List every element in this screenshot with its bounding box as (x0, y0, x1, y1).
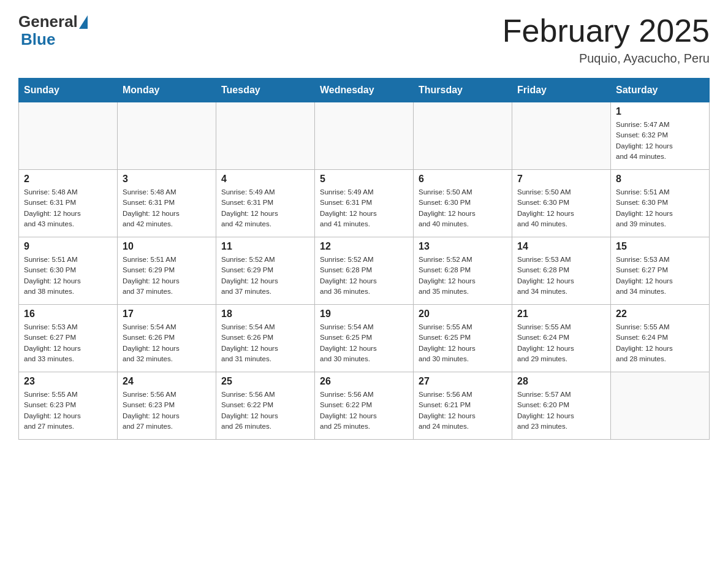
day-info: Sunrise: 5:54 AM Sunset: 6:26 PM Dayligh… (221, 322, 309, 364)
day-of-week-header: Thursday (414, 79, 512, 102)
week-row: 9Sunrise: 5:51 AM Sunset: 6:30 PM Daylig… (19, 237, 710, 305)
calendar-body: 1Sunrise: 5:47 AM Sunset: 6:32 PM Daylig… (19, 102, 710, 440)
day-info: Sunrise: 5:50 AM Sunset: 6:30 PM Dayligh… (517, 187, 605, 229)
day-number: 2 (24, 174, 112, 185)
day-info: Sunrise: 5:47 AM Sunset: 6:32 PM Dayligh… (616, 120, 704, 162)
day-info: Sunrise: 5:54 AM Sunset: 6:26 PM Dayligh… (123, 322, 211, 364)
calendar-cell: 10Sunrise: 5:51 AM Sunset: 6:29 PM Dayli… (118, 237, 216, 305)
day-number: 3 (123, 174, 211, 185)
day-number: 12 (320, 241, 408, 252)
day-info: Sunrise: 5:56 AM Sunset: 6:22 PM Dayligh… (221, 389, 309, 432)
calendar-cell: 28Sunrise: 5:57 AM Sunset: 6:20 PM Dayli… (512, 372, 611, 440)
day-number: 17 (123, 308, 211, 320)
day-info: Sunrise: 5:57 AM Sunset: 6:20 PM Dayligh… (517, 389, 605, 432)
day-info: Sunrise: 5:52 AM Sunset: 6:28 PM Dayligh… (320, 255, 408, 297)
day-info: Sunrise: 5:51 AM Sunset: 6:30 PM Dayligh… (616, 187, 704, 229)
calendar-table: SundayMondayTuesdayWednesdayThursdayFrid… (18, 78, 710, 440)
day-number: 7 (517, 174, 605, 185)
day-number: 26 (320, 376, 408, 387)
day-number: 28 (517, 376, 605, 387)
day-number: 8 (616, 174, 704, 185)
calendar-cell (118, 102, 216, 170)
day-number: 11 (221, 241, 309, 252)
day-info: Sunrise: 5:55 AM Sunset: 6:24 PM Dayligh… (517, 322, 605, 364)
days-of-week-row: SundayMondayTuesdayWednesdayThursdayFrid… (19, 79, 710, 102)
day-number: 1 (616, 106, 704, 117)
page-header: General Blue February 2025 Puquio, Ayacu… (18, 12, 710, 66)
day-number: 9 (24, 241, 112, 252)
day-info: Sunrise: 5:55 AM Sunset: 6:24 PM Dayligh… (616, 322, 704, 364)
calendar-cell: 15Sunrise: 5:53 AM Sunset: 6:27 PM Dayli… (611, 237, 710, 305)
day-number: 16 (24, 308, 112, 320)
calendar-cell: 26Sunrise: 5:56 AM Sunset: 6:22 PM Dayli… (315, 372, 414, 440)
day-info: Sunrise: 5:53 AM Sunset: 6:28 PM Dayligh… (517, 255, 605, 297)
calendar-cell: 24Sunrise: 5:56 AM Sunset: 6:23 PM Dayli… (118, 372, 216, 440)
week-row: 2Sunrise: 5:48 AM Sunset: 6:31 PM Daylig… (19, 170, 710, 237)
calendar-cell: 9Sunrise: 5:51 AM Sunset: 6:30 PM Daylig… (19, 237, 118, 305)
calendar-cell (315, 102, 414, 170)
day-number: 27 (419, 376, 507, 387)
logo: General Blue (18, 12, 88, 49)
day-info: Sunrise: 5:51 AM Sunset: 6:30 PM Dayligh… (24, 255, 112, 297)
location: Puquio, Ayacucho, Peru (502, 52, 710, 66)
logo-general-text: General (18, 12, 78, 31)
day-info: Sunrise: 5:53 AM Sunset: 6:27 PM Dayligh… (24, 322, 112, 364)
day-info: Sunrise: 5:52 AM Sunset: 6:29 PM Dayligh… (221, 255, 309, 297)
day-number: 19 (320, 308, 408, 320)
calendar-cell: 23Sunrise: 5:55 AM Sunset: 6:23 PM Dayli… (19, 372, 118, 440)
calendar-cell: 6Sunrise: 5:50 AM Sunset: 6:30 PM Daylig… (414, 170, 512, 237)
day-info: Sunrise: 5:56 AM Sunset: 6:21 PM Dayligh… (419, 389, 507, 432)
day-number: 24 (123, 376, 211, 387)
day-of-week-header: Monday (118, 79, 216, 102)
day-info: Sunrise: 5:53 AM Sunset: 6:27 PM Dayligh… (616, 255, 704, 297)
day-number: 21 (517, 308, 605, 320)
calendar-cell: 22Sunrise: 5:55 AM Sunset: 6:24 PM Dayli… (611, 305, 710, 372)
calendar-cell: 25Sunrise: 5:56 AM Sunset: 6:22 PM Dayli… (216, 372, 315, 440)
day-number: 20 (419, 308, 507, 320)
day-of-week-header: Wednesday (315, 79, 414, 102)
day-info: Sunrise: 5:49 AM Sunset: 6:31 PM Dayligh… (221, 187, 309, 229)
day-number: 6 (419, 174, 507, 185)
day-info: Sunrise: 5:56 AM Sunset: 6:23 PM Dayligh… (123, 389, 211, 432)
day-of-week-header: Tuesday (216, 79, 315, 102)
week-row: 1Sunrise: 5:47 AM Sunset: 6:32 PM Daylig… (19, 102, 710, 170)
calendar-cell (19, 102, 118, 170)
calendar-cell: 11Sunrise: 5:52 AM Sunset: 6:29 PM Dayli… (216, 237, 315, 305)
day-info: Sunrise: 5:56 AM Sunset: 6:22 PM Dayligh… (320, 389, 408, 432)
day-info: Sunrise: 5:48 AM Sunset: 6:31 PM Dayligh… (24, 187, 112, 229)
calendar-cell (611, 372, 710, 440)
day-of-week-header: Friday (512, 79, 611, 102)
calendar-cell: 1Sunrise: 5:47 AM Sunset: 6:32 PM Daylig… (611, 102, 710, 170)
calendar-cell: 27Sunrise: 5:56 AM Sunset: 6:21 PM Dayli… (414, 372, 512, 440)
day-number: 5 (320, 174, 408, 185)
day-info: Sunrise: 5:49 AM Sunset: 6:31 PM Dayligh… (320, 187, 408, 229)
day-info: Sunrise: 5:55 AM Sunset: 6:23 PM Dayligh… (24, 389, 112, 432)
day-info: Sunrise: 5:51 AM Sunset: 6:29 PM Dayligh… (123, 255, 211, 297)
calendar-cell: 21Sunrise: 5:55 AM Sunset: 6:24 PM Dayli… (512, 305, 611, 372)
day-info: Sunrise: 5:55 AM Sunset: 6:25 PM Dayligh… (419, 322, 507, 364)
calendar-cell (512, 102, 611, 170)
calendar-cell: 8Sunrise: 5:51 AM Sunset: 6:30 PM Daylig… (611, 170, 710, 237)
calendar-cell: 2Sunrise: 5:48 AM Sunset: 6:31 PM Daylig… (19, 170, 118, 237)
calendar-cell: 14Sunrise: 5:53 AM Sunset: 6:28 PM Dayli… (512, 237, 611, 305)
month-title: February 2025 (502, 12, 710, 49)
calendar-cell: 7Sunrise: 5:50 AM Sunset: 6:30 PM Daylig… (512, 170, 611, 237)
calendar-header: SundayMondayTuesdayWednesdayThursdayFrid… (19, 79, 710, 102)
calendar-cell: 19Sunrise: 5:54 AM Sunset: 6:25 PM Dayli… (315, 305, 414, 372)
week-row: 16Sunrise: 5:53 AM Sunset: 6:27 PM Dayli… (19, 305, 710, 372)
day-number: 23 (24, 376, 112, 387)
calendar-cell: 16Sunrise: 5:53 AM Sunset: 6:27 PM Dayli… (19, 305, 118, 372)
day-info: Sunrise: 5:52 AM Sunset: 6:28 PM Dayligh… (419, 255, 507, 297)
day-number: 22 (616, 308, 704, 320)
calendar-cell: 3Sunrise: 5:48 AM Sunset: 6:31 PM Daylig… (118, 170, 216, 237)
day-of-week-header: Saturday (611, 79, 710, 102)
calendar-cell (216, 102, 315, 170)
day-number: 25 (221, 376, 309, 387)
day-number: 10 (123, 241, 211, 252)
calendar-cell: 5Sunrise: 5:49 AM Sunset: 6:31 PM Daylig… (315, 170, 414, 237)
calendar-cell: 12Sunrise: 5:52 AM Sunset: 6:28 PM Dayli… (315, 237, 414, 305)
calendar-cell: 17Sunrise: 5:54 AM Sunset: 6:26 PM Dayli… (118, 305, 216, 372)
day-number: 15 (616, 241, 704, 252)
calendar-cell: 4Sunrise: 5:49 AM Sunset: 6:31 PM Daylig… (216, 170, 315, 237)
day-number: 18 (221, 308, 309, 320)
